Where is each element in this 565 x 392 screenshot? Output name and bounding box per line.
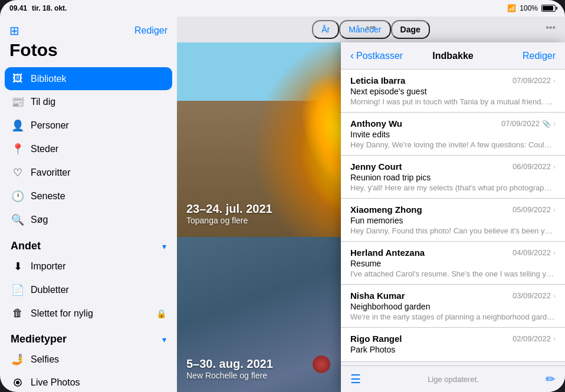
sidebar: ⊞ Rediger Fotos 🖼 Bibliotek 📰 Til dig 👤 … <box>0 17 177 392</box>
photos-area: ••• År Måneder Dage ••• <box>177 17 565 392</box>
sidebar-item-label-bibliotek: Bibliotek <box>31 74 66 84</box>
mail-compose-button[interactable]: ✏ <box>546 372 556 386</box>
mail-filter-button[interactable]: ☰ <box>350 372 361 386</box>
mail-chevron-icon: › <box>553 77 556 85</box>
live-photos-icon <box>11 377 25 388</box>
mail-chevron-icon: › <box>553 206 556 214</box>
photos-options-icon[interactable]: ••• <box>546 22 556 33</box>
sidebar-item-label-til-dig: Til dig <box>31 97 55 107</box>
mail-date: 07/09/2022 <box>501 119 540 128</box>
sidebar-item-til-dig[interactable]: 📰 Til dig <box>5 90 172 114</box>
mail-back-chevron-icon: ‹ <box>350 50 354 62</box>
mail-subject: Park Photos <box>350 345 556 354</box>
søg-icon: 🔍 <box>11 213 25 226</box>
sidebar-item-seneste[interactable]: 🕐 Seneste <box>5 185 172 208</box>
photo-date-august: 5–30. aug. 2021 <box>186 357 273 371</box>
mail-edit-button[interactable]: Rediger <box>487 51 556 61</box>
status-bar-left: 09.41 tir. 18. okt. <box>9 4 67 12</box>
sidebar-item-label-seneste: Seneste <box>31 191 65 202</box>
photo-caption-august: 5–30. aug. 2021 New Rochelle og flere <box>186 357 273 380</box>
time-segment-year[interactable]: År <box>312 20 339 39</box>
mail-subject: Fun memories <box>350 216 556 225</box>
photo-location-august: New Rochelle og flere <box>186 371 273 380</box>
photos-dots-icon: ••• <box>366 22 376 33</box>
sidebar-collapse-icon[interactable]: ⊞ <box>9 24 19 38</box>
sidebar-item-personer[interactable]: 👤 Personer <box>5 114 172 137</box>
list-item[interactable]: Nisha Kumar 03/09/2022 › Neighborhood ga… <box>341 285 565 328</box>
sidebar-item-slettet[interactable]: 🗑 Slettet for nylig 🔒 <box>5 302 172 325</box>
mail-preview: Hey Danny, We're loving the invite! A fe… <box>350 140 556 149</box>
mail-inbox-title: Indbakke <box>419 51 487 61</box>
mail-subject: Neighborhood garden <box>350 302 556 311</box>
mail-sender: Xiaomeng Zhong <box>350 205 422 215</box>
mail-preview: I've attached Carol's resume. She's the … <box>350 269 556 278</box>
sidebar-item-label-live-photos: Live Photos <box>31 377 80 388</box>
sidebar-item-label-søg: Søg <box>31 215 48 225</box>
sidebar-item-steder[interactable]: 📍 Steder <box>5 137 172 161</box>
selfies-icon: 🤳 <box>11 353 25 366</box>
mail-preview: We're in the early stages of planning a … <box>350 312 556 321</box>
mail-preview: Hey Danny, Found this photo! Can you bel… <box>350 226 556 235</box>
sidebar-nav: 🖼 Bibliotek 📰 Til dig 👤 Personer 📍 Stede… <box>0 67 177 392</box>
mail-footer-status: Lige opdateret. <box>428 375 479 384</box>
mail-preview: Morning! I was put in touch with Tania b… <box>350 97 556 106</box>
lock-icon: 🔒 <box>156 309 166 318</box>
mail-chevron-icon: › <box>553 292 556 300</box>
sidebar-item-dubletter[interactable]: 📄 Dubletter <box>5 278 172 302</box>
mail-subject: Invite edits <box>350 130 556 139</box>
status-bar-right: 📶 100% <box>507 4 556 12</box>
sidebar-item-label-dubletter: Dubletter <box>31 285 69 295</box>
photos-top-bar: ••• År Måneder Dage ••• <box>177 17 565 42</box>
favoritter-icon: ♡ <box>11 166 25 179</box>
slettet-icon: 🗑 <box>11 307 25 319</box>
mail-subject: Reunion road trip pics <box>350 173 556 182</box>
sidebar-item-favoritter[interactable]: ♡ Favoritter <box>5 161 172 185</box>
photo-date-july: 23–24. jul. 2021 <box>186 202 272 216</box>
mail-overlay: ‹ Postkasser Indbakke Rediger Leticia Ib… <box>341 42 565 392</box>
mail-date: 02/09/2022 <box>513 334 551 343</box>
list-item[interactable]: Jenny Court 06/09/2022 › Reunion road tr… <box>341 156 565 199</box>
mail-sender: Rigo Rangel <box>350 334 402 344</box>
status-time: 09.41 <box>9 4 27 12</box>
mail-sender: Nisha Kumar <box>350 291 405 301</box>
mail-chevron-icon: › <box>553 163 556 171</box>
mail-sender: Leticia Ibarra <box>350 75 405 85</box>
list-item[interactable]: Xiaomeng Zhong 05/09/2022 › Fun memories… <box>341 199 565 242</box>
sidebar-item-live-photos[interactable]: Live Photos <box>5 371 172 392</box>
mail-back-button[interactable]: ‹ Postkasser <box>350 50 419 62</box>
sidebar-item-søg[interactable]: 🔍 Søg <box>5 208 172 232</box>
mail-date: 07/09/2022 <box>513 76 551 85</box>
sidebar-item-selfies[interactable]: 🤳 Selfies <box>5 348 172 371</box>
sidebar-item-bibliotek[interactable]: 🖼 Bibliotek <box>5 67 172 90</box>
medietyper-section-header[interactable]: Medietyper ▾ <box>5 325 172 348</box>
photo-caption-july: 23–24. jul. 2021 Topanga og flere <box>186 202 272 225</box>
mail-subject: Resume <box>350 259 556 268</box>
time-segment-months[interactable]: Måneder <box>339 20 390 39</box>
list-item[interactable]: Rigo Rangel 02/09/2022 › Park Photos <box>341 328 565 362</box>
mail-date: 03/09/2022 <box>513 291 551 300</box>
mail-preview: Hey, y'all! Here are my selects (that's … <box>350 183 556 192</box>
mail-footer: ☰ Lige opdateret. ✏ <box>341 365 565 392</box>
importer-icon: ⬇ <box>11 260 25 273</box>
status-bar: 09.41 tir. 18. okt. 📶 100% <box>0 0 565 17</box>
mail-chevron-icon: › <box>553 335 556 343</box>
mail-list: Leticia Ibarra 07/09/2022 › Next episode… <box>341 70 565 365</box>
time-segment-days[interactable]: Dage <box>391 20 430 39</box>
sidebar-item-label-personer: Personer <box>31 120 69 131</box>
battery-percent: 100% <box>520 4 538 12</box>
sidebar-item-label-slettet: Slettet for nylig <box>31 308 93 319</box>
sidebar-edit-button[interactable]: Rediger <box>134 25 167 36</box>
sidebar-item-label-steder: Steder <box>31 144 58 154</box>
list-item[interactable]: Anthony Wu 07/09/2022 📎 › Invite edits H… <box>341 113 565 156</box>
sidebar-item-label-importer: Importer <box>31 261 66 272</box>
andet-chevron-icon: ▾ <box>162 242 166 251</box>
wifi-icon: 📶 <box>507 4 516 12</box>
mail-date: 05/09/2022 <box>513 205 551 214</box>
andet-section-header[interactable]: Andet ▾ <box>5 232 172 255</box>
sidebar-item-importer[interactable]: ⬇ Importer <box>5 255 172 278</box>
andet-section-title: Andet <box>11 240 41 252</box>
medietyper-section-title: Medietyper <box>11 333 67 345</box>
bibliotek-icon: 🖼 <box>11 73 25 85</box>
list-item[interactable]: Leticia Ibarra 07/09/2022 › Next episode… <box>341 70 565 113</box>
list-item[interactable]: Herland Antezana 04/09/2022 › Resume I'v… <box>341 242 565 285</box>
